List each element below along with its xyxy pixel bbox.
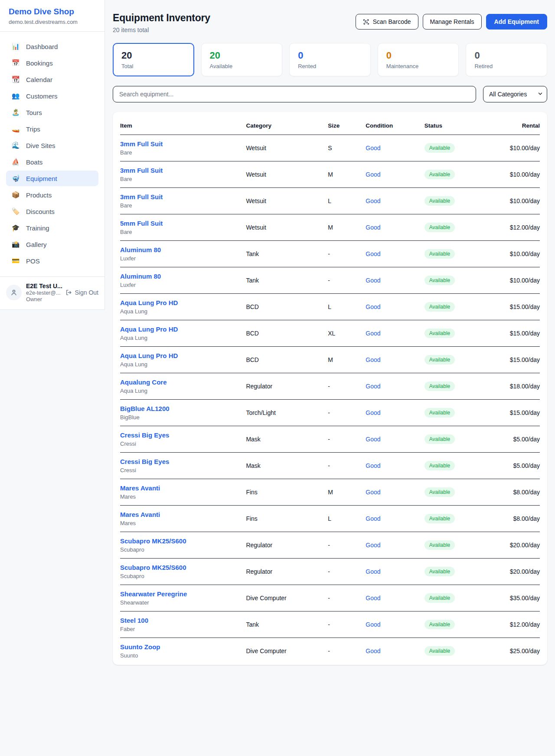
sidebar-item-equipment[interactable]: 🤿Equipment — [6, 171, 98, 186]
status-badge: Available — [424, 223, 455, 232]
condition-link[interactable]: Good — [366, 356, 380, 363]
condition-link[interactable]: Good — [366, 436, 380, 443]
condition-link[interactable]: Good — [366, 409, 380, 416]
item-category: Dive Computer — [246, 585, 328, 611]
user-name: E2E Test U... — [26, 283, 61, 289]
sidebar-item-products[interactable]: 📦Products — [6, 187, 98, 203]
condition-link[interactable]: Good — [366, 171, 380, 178]
item-name-link[interactable]: Cressi Big Eyes — [120, 458, 242, 465]
condition-link[interactable]: Good — [366, 568, 380, 575]
item-category: Fins — [246, 506, 328, 532]
stat-card-rented[interactable]: 0Rented — [289, 43, 371, 76]
condition-link[interactable]: Good — [366, 648, 380, 654]
item-name-link[interactable]: 3mm Full Suit — [120, 167, 242, 174]
sidebar-item-discounts[interactable]: 🏷️Discounts — [6, 204, 98, 219]
sidebar-item-customers[interactable]: 👥Customers — [6, 88, 98, 104]
item-name-link[interactable]: Aqua Lung Pro HD — [120, 325, 242, 333]
item-name-link[interactable]: Suunto Zoop — [120, 643, 242, 651]
scan-barcode-button[interactable]: Scan Barcode — [356, 14, 418, 30]
item-name-link[interactable]: BigBlue AL1200 — [120, 405, 242, 412]
bar-chart-icon: 📊 — [11, 43, 20, 50]
item-size: - — [328, 585, 366, 611]
sign-out-button[interactable]: Sign Out — [65, 289, 98, 296]
item-name-link[interactable]: Cressi Big Eyes — [120, 431, 242, 439]
condition-link[interactable]: Good — [366, 303, 380, 310]
search-input[interactable] — [113, 86, 476, 102]
item-brand: Aqua Lung — [120, 335, 242, 341]
sidebar-item-label: Training — [26, 224, 49, 232]
stat-card-available[interactable]: 20Available — [201, 43, 283, 76]
user-block: E2E Test U... e2e-tester@... Owner Sign … — [0, 276, 104, 309]
rental-price: $10.00/day — [487, 188, 540, 214]
item-size: M — [328, 347, 366, 373]
column-header-item: Item — [120, 115, 246, 135]
table-row: Aqualung CoreAqua LungRegulator-GoodAvai… — [120, 373, 540, 400]
rental-price: $15.00/day — [487, 347, 540, 373]
condition-link[interactable]: Good — [366, 462, 380, 469]
rental-price: $12.00/day — [487, 611, 540, 638]
item-size: L — [328, 188, 366, 214]
sidebar-item-tours[interactable]: 🏝️Tours — [6, 105, 98, 120]
condition-link[interactable]: Good — [366, 330, 380, 337]
rental-price: $25.00/day — [487, 638, 540, 664]
item-category: Fins — [246, 479, 328, 506]
item-name-link[interactable]: Mares Avanti — [120, 484, 242, 492]
item-name-link[interactable]: Aqualung Core — [120, 378, 242, 386]
item-name-link[interactable]: Aluminum 80 — [120, 273, 242, 280]
table-row: Aluminum 80LuxferTank-GoodAvailable$10.0… — [120, 241, 540, 267]
condition-link[interactable]: Good — [366, 621, 380, 628]
sidebar-item-dashboard[interactable]: 📊Dashboard — [6, 39, 98, 54]
stat-value: 20 — [210, 50, 274, 61]
sidebar-item-boats[interactable]: ⛵Boats — [6, 154, 98, 170]
item-name-link[interactable]: 3mm Full Suit — [120, 193, 242, 201]
stat-card-retired[interactable]: 0Retired — [466, 43, 547, 76]
manage-rentals-label: Manage Rentals — [430, 18, 474, 25]
item-name-link[interactable]: Scubapro MK25/S600 — [120, 564, 242, 571]
condition-link[interactable]: Good — [366, 383, 380, 390]
condition-link[interactable]: Good — [366, 277, 380, 284]
sidebar-item-calendar[interactable]: 📆Calendar — [6, 72, 98, 87]
condition-link[interactable]: Good — [366, 489, 380, 496]
sidebar-item-trips[interactable]: 🚤Trips — [6, 121, 98, 137]
table-row: Steel 100FaberTank-GoodAvailable$12.00/d… — [120, 611, 540, 638]
condition-link[interactable]: Good — [366, 515, 380, 522]
stat-value: 0 — [386, 50, 451, 61]
item-name-link[interactable]: Steel 100 — [120, 617, 242, 624]
item-category: Wetsuit — [246, 214, 328, 241]
sidebar-item-dive-sites[interactable]: 🌊Dive Sites — [6, 138, 98, 153]
condition-link[interactable]: Good — [366, 145, 380, 151]
add-equipment-button[interactable]: Add Equipment — [486, 14, 547, 30]
brand-title[interactable]: Demo Dive Shop — [9, 7, 96, 16]
condition-link[interactable]: Good — [366, 250, 380, 257]
stat-card-total[interactable]: 20Total — [113, 43, 194, 76]
table-row: 3mm Full SuitBareWetsuitLGoodAvailable$1… — [120, 188, 540, 214]
condition-link[interactable]: Good — [366, 542, 380, 549]
item-name-link[interactable]: Mares Avanti — [120, 511, 242, 518]
item-name-link[interactable]: 5mm Full Suit — [120, 220, 242, 227]
status-badge: Available — [424, 249, 455, 259]
item-name-link[interactable]: 3mm Full Suit — [120, 140, 242, 148]
item-category: BCD — [246, 320, 328, 347]
category-select[interactable]: All Categories — [483, 86, 547, 102]
item-name-link[interactable]: Aqua Lung Pro HD — [120, 299, 242, 306]
item-category: Dive Computer — [246, 638, 328, 664]
manage-rentals-button[interactable]: Manage Rentals — [423, 14, 482, 30]
condition-link[interactable]: Good — [366, 595, 380, 602]
sidebar-nav: 📊Dashboard📅Bookings📆Calendar👥Customers🏝️… — [0, 32, 104, 276]
item-name-link[interactable]: Aqua Lung Pro HD — [120, 352, 242, 359]
item-name-link[interactable]: Shearwater Peregrine — [120, 590, 242, 598]
stat-card-maintenance[interactable]: 0Maintenance — [378, 43, 459, 76]
condition-link[interactable]: Good — [366, 197, 380, 204]
sidebar-item-gallery[interactable]: 📸Gallery — [6, 237, 98, 252]
sidebar-item-label: Bookings — [26, 59, 53, 67]
item-name-link[interactable]: Scubapro MK25/S600 — [120, 537, 242, 545]
sidebar-item-pos[interactable]: 💳POS — [6, 253, 98, 269]
sidebar-item-training[interactable]: 🎓Training — [6, 220, 98, 236]
item-brand: Bare — [120, 176, 242, 182]
rental-price: $18.00/day — [487, 373, 540, 400]
sidebar-item-bookings[interactable]: 📅Bookings — [6, 55, 98, 71]
sign-out-icon — [65, 289, 72, 296]
condition-link[interactable]: Good — [366, 224, 380, 231]
item-name-link[interactable]: Aluminum 80 — [120, 246, 242, 253]
item-brand: BigBlue — [120, 414, 242, 421]
